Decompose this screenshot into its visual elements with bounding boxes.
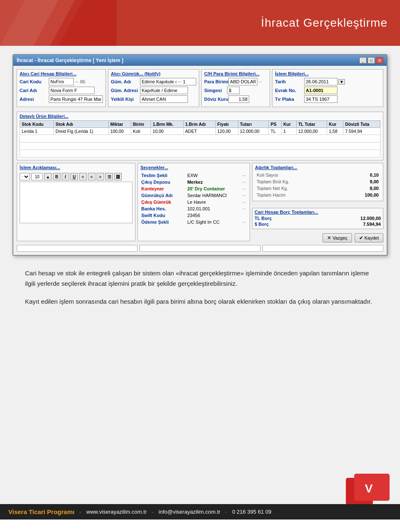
odeme-value[interactable]: L/C Sight Irr CC ··· bbox=[186, 219, 246, 225]
vazgec-icon: ✕ bbox=[327, 235, 331, 241]
close-button[interactable]: ✕ bbox=[376, 57, 383, 64]
banka-value[interactable]: 102.01.001 ··· bbox=[186, 206, 246, 212]
bold-button[interactable]: B bbox=[53, 173, 60, 180]
para-birimi-row: Para Birimi ··· bbox=[204, 78, 267, 85]
sec-row-gumrukcu: Gümrükçü Adı Serdar HARMANCI ··· bbox=[141, 192, 246, 198]
tir-plaka-input[interactable] bbox=[304, 95, 338, 103]
status-box-2 bbox=[140, 245, 260, 252]
col-stok-adi: Stok Adı bbox=[54, 121, 108, 128]
odeme-dots[interactable]: ··· bbox=[242, 220, 245, 225]
font-size-input[interactable] bbox=[31, 173, 43, 180]
table-row[interactable]: Lerida 1 Dreid Fig (Lerida 1) 100,00 Kol… bbox=[20, 128, 380, 135]
sec-row-swift: Swift Kodu 23456 bbox=[141, 212, 246, 218]
aciklama-textarea[interactable] bbox=[20, 182, 132, 223]
konteyner-value[interactable]: 20' Dry Container ··· bbox=[186, 186, 246, 192]
cell-miktar: 100,00 bbox=[108, 128, 131, 135]
cell-birim: Koli bbox=[131, 128, 151, 135]
gumruk-title: Alıcı Gümrük... (Notify) bbox=[111, 71, 196, 76]
ag-row-hacim: Toplam Hacim 100,00 bbox=[255, 192, 380, 198]
application-window: İhracat - İhracat Gerçekleştirme [ Yeni … bbox=[12, 54, 388, 256]
cell-stok-kodu: Lerida 1 bbox=[20, 128, 54, 135]
tl-borc-value: 12.000,00 bbox=[360, 216, 381, 221]
image-button[interactable]: 🖼 bbox=[114, 173, 122, 180]
tl-borc-label: TL Borç bbox=[255, 216, 272, 221]
align-right-button[interactable]: ≡ bbox=[97, 173, 104, 180]
cikis-depo-dots[interactable]: ··· bbox=[242, 180, 245, 185]
top-sections: Alıcı Cari Hesap Bilgileri... Cari Kodu … bbox=[17, 69, 383, 110]
vazgec-button[interactable]: ✕ Vazgeç bbox=[322, 233, 352, 242]
gum-adi-input[interactable] bbox=[140, 78, 196, 85]
evrak-no-input[interactable] bbox=[304, 87, 338, 94]
body-text: Cari hesap ve stok ile entegreli çalışan… bbox=[12, 256, 388, 322]
cari-kodu-label: Cari Kodu bbox=[20, 79, 49, 84]
odeme-label: Ödeme Şekli bbox=[141, 219, 185, 225]
right-column: Ağırlık Toplamları... Koli Sayısı 0,10 T… bbox=[252, 163, 383, 244]
svg-marker-2 bbox=[50, 0, 117, 46]
koli-label: Koli Sayısı bbox=[255, 172, 340, 178]
kaydet-icon: ✔ bbox=[359, 235, 363, 241]
teslim-dots[interactable]: ··· bbox=[242, 173, 245, 178]
adresi-input[interactable] bbox=[49, 95, 103, 103]
font-style-select[interactable]: · bbox=[20, 173, 30, 180]
window-titlebar: İhracat - İhracat Gerçekleştirme [ Yeni … bbox=[13, 55, 387, 66]
evrak-no-row: Evrak No. bbox=[275, 87, 380, 94]
list-button[interactable]: ☰ bbox=[105, 173, 113, 180]
cikis-gumruk-value[interactable]: Le Havre ··· bbox=[186, 199, 246, 205]
cari-adi-input[interactable] bbox=[49, 87, 95, 94]
para-title: C/H Para Birimi Bilgileri... bbox=[204, 71, 267, 76]
cikis-depo-value[interactable]: Merkez ··· bbox=[186, 179, 246, 185]
para-dots: ··· bbox=[258, 80, 262, 84]
para-birimi-input[interactable] bbox=[228, 78, 258, 85]
tl-borc-row: TL Borç 12.000,00 bbox=[255, 216, 381, 221]
status-box-1 bbox=[17, 245, 138, 252]
net-label: Toplam Net Kg. bbox=[255, 185, 340, 192]
cari-adi-row: Cari Adı bbox=[20, 87, 103, 94]
simgesi-input[interactable] bbox=[227, 87, 240, 94]
text-toolbar: · ▲ B I U ≡ ≡ ≡ ☰ 🖼 bbox=[20, 172, 132, 182]
minimize-button[interactable]: _ bbox=[359, 57, 367, 64]
islem-section: İşlem Bilgileri... Tarih ▼ Evrak No. Tır… bbox=[272, 69, 383, 107]
cari-kodu-input[interactable] bbox=[49, 78, 74, 85]
banner-title: İhracat Gerçekleştirme bbox=[261, 16, 400, 30]
underline-button[interactable]: U bbox=[70, 173, 78, 180]
tir-plaka-row: Tır Plaka bbox=[275, 95, 380, 103]
doviz-kuru-input[interactable] bbox=[228, 95, 249, 103]
net-value: 8,00 bbox=[340, 185, 380, 192]
col-ps: PS bbox=[269, 121, 281, 128]
gumrukcu-dots[interactable]: ··· bbox=[242, 193, 245, 198]
doviz-kuru-label: Döviz Kuru bbox=[204, 97, 228, 102]
font-up-button[interactable]: ▲ bbox=[44, 173, 52, 180]
yetkili-label: Yetkili Kişi bbox=[111, 97, 140, 102]
evrak-no-label: Evrak No. bbox=[275, 88, 304, 93]
para-section: C/H Para Birimi Bilgileri... Para Birimi… bbox=[201, 69, 270, 107]
maximize-button[interactable]: □ bbox=[368, 57, 375, 64]
kaydet-button[interactable]: ✔ Kaydet bbox=[355, 233, 383, 242]
cikis-gumruk-dots[interactable]: ··· bbox=[242, 200, 245, 205]
konteyner-dots[interactable]: ··· bbox=[242, 187, 245, 191]
window-controls[interactable]: _ □ ✕ bbox=[359, 57, 383, 64]
swift-label: Swift Kodu bbox=[141, 212, 185, 218]
tarih-input[interactable] bbox=[304, 78, 338, 85]
gumrukcu-value[interactable]: Serdar HARMANCI ··· bbox=[186, 192, 246, 198]
col-stok-kodu: Stok Kodu bbox=[20, 121, 54, 128]
align-left-button[interactable]: ≡ bbox=[79, 173, 87, 180]
col-miktar: Miktar bbox=[108, 121, 131, 128]
banka-dots[interactable]: ··· bbox=[242, 207, 245, 211]
teslim-value[interactable]: EXW ··· bbox=[186, 172, 246, 178]
sec-row-odeme: Ödeme Şekli L/C Sight Irr CC ··· bbox=[141, 219, 246, 225]
align-center-button[interactable]: ≡ bbox=[88, 173, 95, 180]
dolar-borc-label: $ Borç bbox=[255, 222, 269, 227]
gum-adresi-input[interactable] bbox=[140, 87, 188, 94]
tarih-dropdown[interactable]: ▼ bbox=[338, 79, 345, 85]
italic-button[interactable]: I bbox=[62, 173, 69, 180]
dolar-borc-value: 7.594,94 bbox=[363, 222, 381, 227]
tir-plaka-label: Tır Plaka bbox=[275, 97, 304, 102]
adresi-label: Adresi bbox=[20, 97, 49, 102]
window-body: Alıcı Cari Hesap Bilgileri... Cari Kodu … bbox=[13, 66, 387, 255]
swift-value[interactable]: 23456 bbox=[186, 212, 246, 218]
cell-tutari: 12.000,00 bbox=[238, 128, 269, 135]
yetkili-input[interactable] bbox=[140, 95, 188, 103]
simgesi-label: Simgesi bbox=[204, 88, 227, 93]
tarih-row: Tarih ▼ bbox=[275, 78, 380, 85]
detay-title: Detaylı Ürün Bilgileri... bbox=[20, 114, 380, 119]
